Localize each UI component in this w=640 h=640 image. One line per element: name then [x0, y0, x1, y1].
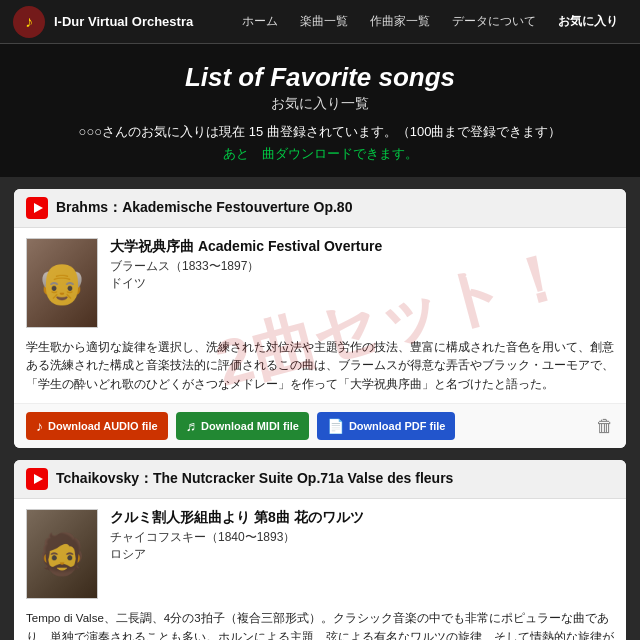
song-info-brahms: 大学祝典序曲 Academic Festival Overture ブラームス（… [110, 238, 614, 298]
song-header-tchaikovsky: Tchaikovsky：The Nutcracker Suite Op.71a … [14, 460, 626, 499]
song-card-brahms: 2曲セット！ Brahms：Akademische Festouverture … [14, 189, 626, 448]
composer-photo-brahms: 👴 [26, 238, 98, 328]
song-name-ja-brahms: 大学祝典序曲 Academic Festival Overture [110, 238, 614, 256]
song-title-brahms: Brahms：Akademische Festouverture Op.80 [56, 199, 352, 217]
play-triangle-brahms [34, 203, 43, 213]
song-body-brahms: 👴 大学祝典序曲 Academic Festival Overture ブラーム… [14, 228, 626, 338]
btn-audio-label-brahms: Download AUDIO file [48, 420, 158, 432]
navbar: ♪ I-Dur Virtual Orchestra ホーム楽曲一覧作曲家一覧デー… [0, 0, 640, 44]
song-list: 2曲セット！ Brahms：Akademische Festouverture … [0, 177, 640, 640]
btn-audio-brahms[interactable]: ♪ Download AUDIO file [26, 412, 168, 440]
navbar-link-1[interactable]: 楽曲一覧 [290, 9, 358, 34]
page-header: List of Favorite songs お気に入り一覧 ○○○さんのお気に… [0, 44, 640, 177]
song-composer-tchaikovsky: チャイコフスキー（1840〜1893） [110, 529, 614, 546]
song-desc-tchaikovsky: Tempo di Valse、二長調、4分の3拍子（複合三部形式）。クラシック音… [14, 609, 626, 640]
navbar-link-3[interactable]: データについて [442, 9, 546, 34]
song-country-brahms: ドイツ [110, 275, 614, 292]
song-title-tchaikovsky: Tchaikovsky：The Nutcracker Suite Op.71a … [56, 470, 453, 488]
page-subtitle: ○○○さんのお気に入りは現在 15 曲登録されています。（100曲まで登録できま… [20, 123, 620, 141]
song-composer-brahms: ブラームス（1833〜1897） [110, 258, 614, 275]
delete-icon-brahms[interactable]: 🗑 [596, 416, 614, 437]
composer-photo-tchaikovsky: 🧔 [26, 509, 98, 599]
btn-midi-brahms[interactable]: ♬ Download MIDI file [176, 412, 309, 440]
midi-icon-brahms: ♬ [186, 418, 197, 434]
page-download-note: あと 曲ダウンロードできます。 [20, 145, 620, 163]
song-desc-brahms: 学生歌から適切な旋律を選択し、洗練された対位法や主題労作の技法、豊富に構成された… [14, 338, 626, 403]
navbar-link-4[interactable]: お気に入り [548, 9, 628, 34]
navbar-logo: ♪ I-Dur Virtual Orchestra [12, 5, 193, 39]
logo-icon: ♪ [12, 5, 46, 39]
download-bar-brahms: ♪ Download AUDIO file ♬ Download MIDI fi… [14, 403, 626, 448]
play-triangle-tchaikovsky [34, 474, 43, 484]
navbar-brand: I-Dur Virtual Orchestra [54, 14, 193, 29]
play-icon-brahms[interactable] [26, 197, 48, 219]
song-body-tchaikovsky: 🧔 クルミ割人形組曲より 第8曲 花のワルツ チャイコフスキー（1840〜189… [14, 499, 626, 609]
composer-face-tchaikovsky: 🧔 [37, 531, 87, 578]
navbar-link-2[interactable]: 作曲家一覧 [360, 9, 440, 34]
btn-midi-label-brahms: Download MIDI file [201, 420, 299, 432]
btn-pdf-brahms[interactable]: 📄 Download PDF file [317, 412, 456, 440]
navbar-links: ホーム楽曲一覧作曲家一覧データについてお気に入り [232, 9, 628, 34]
song-header-brahms: Brahms：Akademische Festouverture Op.80 [14, 189, 626, 228]
song-country-tchaikovsky: ロシア [110, 546, 614, 563]
composer-face-brahms: 👴 [37, 260, 87, 307]
navbar-link-0[interactable]: ホーム [232, 9, 288, 34]
page-title-ja: お気に入り一覧 [20, 95, 620, 113]
audio-icon-brahms: ♪ [36, 418, 43, 434]
page-title-en: List of Favorite songs [20, 62, 620, 93]
song-card-tchaikovsky: Tchaikovsky：The Nutcracker Suite Op.71a … [14, 460, 626, 640]
pdf-icon-brahms: 📄 [327, 418, 344, 434]
song-name-ja-tchaikovsky: クルミ割人形組曲より 第8曲 花のワルツ [110, 509, 614, 527]
svg-text:♪: ♪ [25, 13, 33, 30]
song-info-tchaikovsky: クルミ割人形組曲より 第8曲 花のワルツ チャイコフスキー（1840〜1893）… [110, 509, 614, 569]
play-icon-tchaikovsky[interactable] [26, 468, 48, 490]
btn-pdf-label-brahms: Download PDF file [349, 420, 446, 432]
